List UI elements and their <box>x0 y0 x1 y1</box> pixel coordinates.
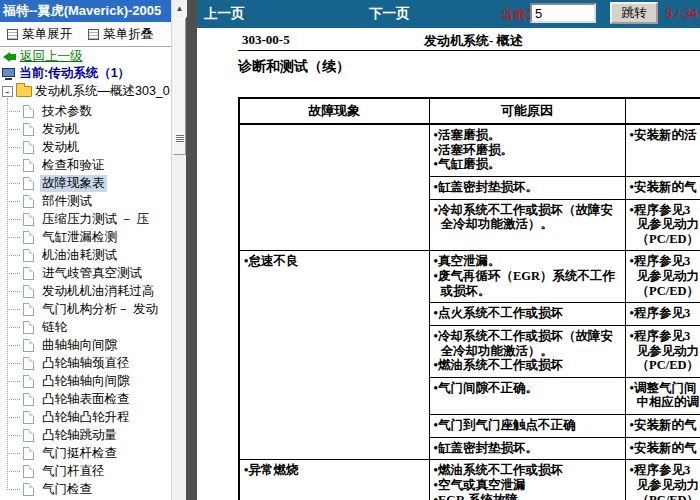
action-text: •程序参见3 <box>630 203 700 218</box>
jump-button[interactable]: 跳转 <box>610 2 658 24</box>
page-icon <box>23 213 34 226</box>
table-header-cell: 故障现象 <box>239 98 429 124</box>
phenomenon-text: •怠速不良 <box>244 254 425 269</box>
action-cell: •安装新的气 <box>625 415 700 438</box>
tree-item[interactable]: 凸轮轴轴颈直径 <box>0 354 171 372</box>
tree-connector-icon <box>7 417 20 418</box>
action-text: （PC/ED） <box>630 232 700 247</box>
menu-expand-button[interactable]: 菜单展开 <box>7 26 72 43</box>
page-icon <box>23 483 34 496</box>
tree-item[interactable]: 压缩压力测试 － 压 <box>0 210 171 228</box>
table-row: •活塞磨损。•活塞环磨损。•气缸磨损。•安装新的活 <box>239 124 700 176</box>
tree-item[interactable]: 部件测试 <box>0 192 171 210</box>
action-cell: •安装新的活 <box>625 124 700 176</box>
cause-text: •气缸磨损。 <box>434 157 621 172</box>
tree-item-label: 发动机 <box>40 139 82 156</box>
tree-item[interactable]: 凸轮轴表面检查 <box>0 390 171 408</box>
cause-text: •气门到气门座触点不正确 <box>434 418 621 433</box>
page-icon <box>23 447 34 460</box>
tree-item[interactable]: 曲轴轴向间隙 <box>0 336 171 354</box>
tree-item-label: 压缩压力测试 － 压 <box>40 211 151 228</box>
tree-connector-icon <box>7 363 20 364</box>
page-icon <box>23 357 34 370</box>
cause-text: •气门间隙不正确。 <box>434 381 621 396</box>
tree-item[interactable]: 气门机构分析－ 发动 <box>0 300 171 318</box>
cause-cell: •冷却系统不工作或损坏（故障安全冷却功能激活）。•燃油系统不工作或损坏 <box>429 325 625 377</box>
cause-text: •缸盖密封垫损坏。 <box>434 441 621 456</box>
tree-item[interactable]: 故障现象表 <box>0 174 171 192</box>
tree-connector-icon <box>7 381 20 382</box>
action-text: 见参见动力 <box>630 269 700 284</box>
action-text: 见参见动力 <box>630 478 700 493</box>
tree-item[interactable]: 发动机 <box>0 138 171 156</box>
tree-item[interactable]: 发动机 <box>0 120 171 138</box>
catalog-title: 福特--翼虎(Maverick)-2005 <box>0 0 171 22</box>
tree-item-label: 凸轮轴跳动量 <box>40 427 119 444</box>
next-page-button[interactable]: 下一页 <box>369 5 410 23</box>
tree-connector-icon <box>7 273 20 274</box>
action-text: 见参见动力 <box>630 344 700 359</box>
back-link[interactable]: 返回上一级 <box>20 48 83 65</box>
page-icon <box>23 141 34 154</box>
cause-text: •废气再循环（EGR）系统不工作或损坏。 <box>434 269 621 298</box>
action-text: （PC/ED） <box>630 284 700 299</box>
tree-item-label: 凸轮轴轴颈直径 <box>40 355 132 372</box>
action-text: •安装新的气 <box>630 418 700 433</box>
menu-expand-icon <box>7 29 18 40</box>
tree-item[interactable]: 气门挺杆检查 <box>0 444 171 462</box>
collapse-box-icon[interactable]: - <box>2 86 13 97</box>
tree-item[interactable]: 凸轮轴凸轮升程 <box>0 408 171 426</box>
tree-item[interactable]: 技术参数 <box>0 102 171 120</box>
splitter[interactable] <box>186 0 197 500</box>
cause-text: •燃油系统不工作或损坏 <box>434 358 621 373</box>
page-number-input[interactable] <box>530 3 596 23</box>
menu-collapse-button[interactable]: 菜单折叠 <box>88 26 153 43</box>
scrollbar-grip-icon <box>176 135 184 142</box>
folder-icon <box>16 86 32 97</box>
tree-item-label: 气门挺杆检查 <box>40 445 119 462</box>
tree-item-label: 故障现象表 <box>40 175 107 192</box>
menu-expand-label: 菜单展开 <box>22 26 72 43</box>
doc-code: 303-00-5 <box>242 32 290 48</box>
cause-text: •冷却系统不工作或损坏（故障安全冷却功能激活）。 <box>434 203 621 232</box>
table-row: •异常燃烧•燃油系统不工作或损坏•空气或真空泄漏•EGR 系统故障。•程序参见3… <box>239 460 700 500</box>
cause-text: •活塞磨损。 <box>434 128 621 143</box>
scroll-up-button[interactable]: ▲ <box>172 0 187 17</box>
tree-item-label: 链轮 <box>40 319 69 336</box>
scrollbar-thumb[interactable] <box>173 18 186 155</box>
tree-item-label: 进气歧管真空测试 <box>40 265 144 282</box>
tree-item[interactable]: 气门检查 <box>0 480 171 498</box>
page-icon <box>23 105 34 118</box>
doc-divider <box>238 50 700 51</box>
sidebar: 福特--翼虎(Maverick)-2005 菜单展开 菜单折叠 返回上一级 当前… <box>0 0 186 500</box>
phenomenon-cell: •怠速不良 <box>239 251 429 460</box>
cause-text: •空气或真空泄漏 <box>434 478 621 493</box>
tree-item[interactable]: 进气歧管真空测试 <box>0 264 171 282</box>
tree-item-label: 气门杆直径 <box>40 463 107 480</box>
tree-item[interactable]: 机油油耗测试 <box>0 246 171 264</box>
table-header-cell <box>625 98 700 124</box>
cause-cell: •点火系统不工作或损坏 <box>429 303 625 326</box>
tree-item[interactable]: 检查和验证 <box>0 156 171 174</box>
current-node: 当前:传动系统（1） <box>0 65 171 82</box>
page-icon <box>23 393 34 406</box>
page-icon <box>23 321 34 334</box>
action-cell: •调整气门间中相应的调 <box>625 377 700 414</box>
prev-page-button[interactable]: 上一页 <box>204 5 245 23</box>
tree-root-folder[interactable]: - 发动机系统—概述303_0 <box>0 83 171 100</box>
page-indicator: 5 / 34 <box>665 6 698 21</box>
cause-cell: •燃油系统不工作或损坏•空气或真空泄漏•EGR 系统故障。 <box>429 460 625 500</box>
tree-item[interactable]: 凸轮轴轴向间隙 <box>0 372 171 390</box>
tree-item[interactable]: 气缸泄漏检测 <box>0 228 171 246</box>
page-icon <box>23 339 34 352</box>
sidebar-scrollbar[interactable]: ▲ <box>171 0 186 500</box>
page-icon <box>23 285 34 298</box>
action-cell: •程序参见3 <box>625 303 700 326</box>
tree-item[interactable]: 气门杆直径 <box>0 462 171 480</box>
tree-item[interactable]: 链轮 <box>0 318 171 336</box>
menu-row: 菜单展开 菜单折叠 <box>0 22 171 47</box>
tree-item[interactable]: 凸轮轴跳动量 <box>0 426 171 444</box>
tree-connector-icon <box>7 399 20 400</box>
computer-icon <box>2 68 15 80</box>
tree-item[interactable]: 发动机机油消耗过高 <box>0 282 171 300</box>
